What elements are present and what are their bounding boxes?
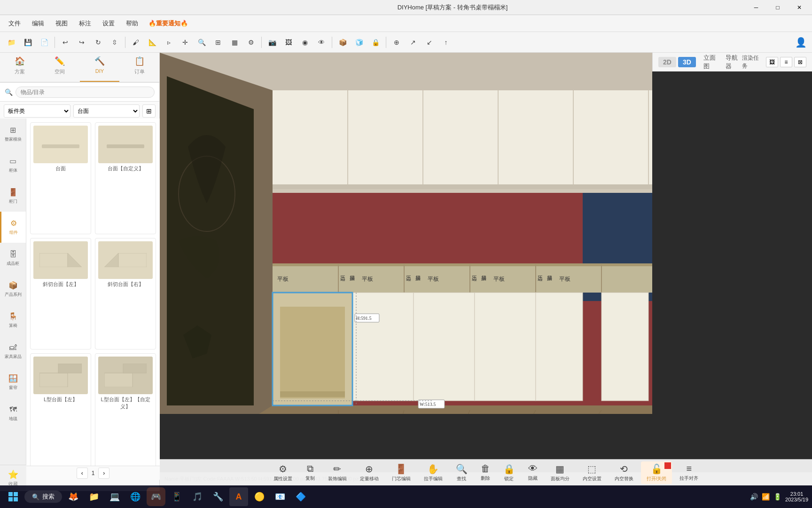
- menu-edit[interactable]: 编辑: [27, 17, 49, 30]
- tb-redo[interactable]: ↪: [74, 35, 89, 50]
- tb-zoom-in[interactable]: 🔍: [194, 35, 209, 50]
- tb-brush[interactable]: 🖌: [128, 35, 143, 50]
- render-list-btn[interactable]: ≡: [780, 57, 792, 67]
- taskbar-app-7[interactable]: 🎵: [188, 487, 207, 506]
- btn-2d[interactable]: 2D: [658, 57, 676, 67]
- systray-icon-1[interactable]: 🔊: [750, 493, 758, 500]
- tb-image[interactable]: 🖼: [281, 35, 296, 50]
- taskbar-app-11[interactable]: 📧: [271, 487, 289, 506]
- hide-btn[interactable]: 👁 隐藏: [523, 461, 543, 484]
- product-card-2[interactable]: 台面【自定义】: [95, 122, 156, 234]
- fixed-move-btn[interactable]: ⊕ 定量移动: [354, 461, 384, 484]
- close-button[interactable]: ✕: [789, 0, 810, 15]
- search-input[interactable]: [16, 87, 155, 98]
- prev-page-btn[interactable]: ‹: [77, 468, 88, 479]
- tab-diy[interactable]: 🔨 DIY: [80, 49, 120, 82]
- product-card-6[interactable]: L型台面【左】【自定义】: [95, 353, 156, 472]
- product-card-4[interactable]: 斜切台面【右】: [95, 238, 156, 350]
- taskbar-app-3[interactable]: 💻: [105, 487, 124, 506]
- tb-scale[interactable]: ⇳: [107, 35, 122, 50]
- cat-zhengjia[interactable]: ⊞ 整家模块: [0, 119, 26, 150]
- menu-mark[interactable]: 标注: [74, 17, 96, 30]
- render-thumbnail-btn[interactable]: 🖼: [766, 57, 778, 67]
- btn-navigator[interactable]: 导航器: [726, 54, 740, 71]
- tb-connect[interactable]: ⊕: [389, 35, 404, 50]
- inner-replace-btn[interactable]: ⟲ 内空替换: [609, 461, 639, 484]
- product-card-5[interactable]: L型台面【左】: [30, 353, 91, 472]
- tb-box[interactable]: 📦: [335, 35, 350, 50]
- panel-alloc-btn[interactable]: ▦ 面板均分: [545, 461, 575, 484]
- taskbar-app-8[interactable]: 🔧: [209, 487, 227, 506]
- door-edit-btn[interactable]: 🚪 门芯编辑: [386, 461, 416, 484]
- subtype-filter[interactable]: 台面 侧板 背板 层板: [73, 104, 140, 118]
- handle-edit-btn[interactable]: ✋ 拉手编辑: [418, 461, 448, 484]
- tb-import[interactable]: ↙: [422, 35, 437, 50]
- tb-open-folder[interactable]: 📁: [4, 35, 19, 50]
- type-filter[interactable]: 板件类 五金类 装饰类: [4, 104, 70, 118]
- tb-export[interactable]: ↗: [406, 35, 421, 50]
- tb-share[interactable]: ↑: [438, 35, 453, 50]
- taskbar-app-5[interactable]: 🎮: [147, 487, 165, 506]
- tb-measure[interactable]: 📐: [145, 35, 160, 50]
- cat-guimen[interactable]: 🚪 柜门: [0, 181, 26, 212]
- taskbar-app-4[interactable]: 🌐: [126, 487, 145, 506]
- cat-chanpin[interactable]: 📦 产品系列: [0, 274, 26, 305]
- tb-lock[interactable]: 🔒: [368, 35, 383, 50]
- tb-camera[interactable]: 📷: [265, 35, 280, 50]
- tb-save[interactable]: 💾: [20, 35, 35, 50]
- menu-help[interactable]: 帮助: [121, 17, 143, 30]
- cat-ditan[interactable]: 🗺 地毯: [0, 398, 26, 429]
- taskbar-app-10[interactable]: 🟡: [250, 487, 269, 506]
- tb-user[interactable]: 👤: [793, 35, 808, 50]
- copy-btn[interactable]: ⧉ 复制: [300, 461, 320, 484]
- inner-set-btn[interactable]: ⬚ 内空设置: [577, 461, 607, 484]
- minimize-button[interactable]: ─: [745, 0, 767, 15]
- attr-settings-btn[interactable]: ⚙ 属性设置: [268, 461, 298, 484]
- delete-btn[interactable]: 🗑 删除: [475, 461, 496, 484]
- tb-rotate[interactable]: ↻: [91, 35, 106, 50]
- tb-settings[interactable]: ⚙: [243, 35, 258, 50]
- tb-undo[interactable]: ↩: [58, 35, 73, 50]
- maximize-button[interactable]: □: [767, 0, 789, 15]
- start-button[interactable]: [4, 487, 23, 506]
- tb-cube[interactable]: 🧊: [351, 35, 367, 50]
- lock-btn[interactable]: 🔒 锁定: [498, 461, 521, 484]
- taskbar-app-2[interactable]: 📁: [85, 487, 103, 506]
- system-clock[interactable]: 23:01 2023/5/19: [785, 491, 808, 502]
- tb-view3d[interactable]: ◉: [297, 35, 312, 50]
- tb-grid[interactable]: ⊞: [211, 35, 226, 50]
- cat-dimian[interactable]: 🪟 窗帘: [0, 367, 26, 398]
- tab-fangan[interactable]: 🏠 方案: [0, 49, 40, 82]
- main-3d-view[interactable]: 平板 三边 抽层 平板 三边 抽层 平板 三边 抽层 平板 三边 抽层 平板 三…: [160, 53, 652, 414]
- handle-align-btn[interactable]: ≡ 拉手对齐: [674, 461, 704, 484]
- tab-dingdan[interactable]: 📋 订单: [119, 49, 159, 82]
- taskbar-app-1[interactable]: 🦊: [64, 487, 83, 506]
- tb-save-as[interactable]: 📄: [37, 35, 52, 50]
- next-page-btn[interactable]: ›: [98, 468, 109, 479]
- menu-view[interactable]: 视图: [51, 17, 72, 30]
- product-card-3[interactable]: 斜切台面【左】: [30, 238, 91, 350]
- cat-jiaju[interactable]: 🛋 家具家品: [0, 336, 26, 367]
- btn-standing[interactable]: 立面图: [703, 54, 718, 71]
- grid-toggle-btn[interactable]: ⊞: [142, 104, 156, 118]
- cat-zuojian[interactable]: ⚙ 组件: [0, 212, 26, 243]
- tb-grid2[interactable]: ▦: [227, 35, 242, 50]
- taskbar-app-12[interactable]: 🔷: [291, 487, 310, 506]
- taskbar-app-9[interactable]: A: [229, 487, 248, 506]
- systray-icon-3[interactable]: 🔋: [773, 493, 781, 500]
- systray-icon-2[interactable]: 📶: [762, 493, 770, 500]
- notice-banner[interactable]: 🔥重要通知🔥: [145, 17, 192, 30]
- tb-eye[interactable]: 👁: [314, 35, 329, 50]
- cat-guitai[interactable]: ▭ 柜体: [0, 150, 26, 181]
- tab-kongjian[interactable]: ✏️ 空间: [40, 49, 80, 82]
- render-label[interactable]: 渲染任务: [742, 54, 760, 70]
- product-card-1[interactable]: 台面: [30, 122, 91, 234]
- cat-chenjia[interactable]: 🗄 成品柜: [0, 243, 26, 274]
- open-close-btn[interactable]: 🔓 打开/关闭: [641, 461, 672, 484]
- find-btn[interactable]: 🔍 查找: [450, 461, 473, 484]
- tb-move[interactable]: ✛: [178, 35, 193, 50]
- deco-edit-btn[interactable]: ✏ 装饰编辑: [322, 461, 352, 484]
- tb-select[interactable]: ▹: [161, 35, 176, 50]
- menu-file[interactable]: 文件: [4, 17, 25, 30]
- render-expand-btn[interactable]: ⊠: [794, 57, 806, 67]
